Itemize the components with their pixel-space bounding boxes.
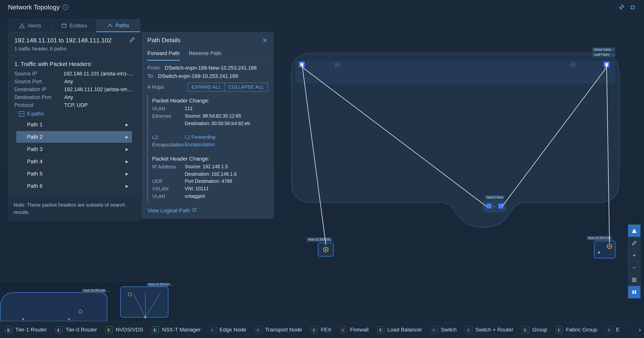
to-value: DSwitch-evpn-169-10.253.241.169 [158, 73, 238, 79]
svg-point-27 [609, 245, 610, 247]
legend-label: FEX [321, 327, 331, 333]
svg-rect-7 [605, 63, 608, 66]
minimap[interactable]: Host 10.253.241… Host 10.253.241… [0, 281, 172, 321]
hop-val: Source: 192.148.1.5 [185, 164, 228, 170]
legend-icon: ◧ [255, 326, 262, 333]
traffic-key: Source Port [14, 79, 64, 85]
legend-label: Group [532, 327, 547, 333]
hop-key [152, 171, 185, 177]
from-value: DSwitch-evpn-168-New-10.253.241.168 [165, 65, 257, 71]
close-icon[interactable] [262, 38, 268, 43]
legend-icon: ◧ [378, 326, 384, 333]
details-title: Path Details [148, 37, 180, 44]
path-item-6[interactable]: Path 6▸ [16, 180, 132, 192]
subtab-forward[interactable]: Forward Path [148, 48, 180, 61]
legend-item: ◧Group [522, 326, 547, 333]
legend-icon: ◧ [210, 326, 216, 333]
traffic-title: 1. Traffic with Packet Headers: [14, 61, 134, 67]
legend-label: Edge Node [220, 327, 246, 333]
traffic-key: Source IP [14, 71, 63, 77]
svg-text:Host 10.253.241…: Host 10.253.241… [84, 289, 109, 292]
fit-screen-button[interactable] [628, 274, 640, 286]
view-logical-path-link[interactable]: View Logical Path [148, 208, 190, 214]
tab-alerts[interactable]: Alerts [8, 19, 52, 32]
toggle-minimap-button[interactable] [628, 286, 640, 298]
svg-rect-15 [486, 204, 492, 208]
ip-sub: 1 traffic header, 6 paths [14, 46, 134, 52]
hop-key: VLAN [152, 193, 185, 199]
edit-tool-button[interactable] [628, 237, 640, 249]
path-item-5[interactable]: Path 5▸ [16, 168, 132, 180]
expand-all-button[interactable]: EXPAND ALL [188, 83, 225, 92]
zoom-out-button[interactable]: － [628, 261, 640, 274]
legend-label: Tier-0 Router [66, 327, 97, 333]
svg-rect-35 [120, 287, 168, 317]
pin-icon[interactable] [618, 4, 625, 11]
tab-entities-label: Entities [70, 23, 87, 29]
subtab-reverse[interactable]: Reverse Path [189, 48, 222, 61]
legend-item: ◧Switch + Router [465, 326, 513, 333]
node-host-right[interactable]: Host 10.253.241… [586, 236, 615, 258]
path-label: Path 5 [27, 171, 42, 177]
alerts-tool-button[interactable] [628, 225, 640, 237]
legend-scroll-right[interactable]: › [639, 321, 641, 338]
traffic-val: Any [64, 94, 73, 100]
hop-link[interactable]: Encapsulation [185, 142, 215, 147]
minus-box-icon: − [19, 111, 24, 117]
legend-icon: ◧ [5, 326, 12, 333]
hop-key: VXLAN [152, 186, 185, 192]
alert-icon [19, 23, 25, 29]
traffic-key: Protocol [14, 102, 64, 108]
path-item-3[interactable]: Path 3▸ [16, 143, 132, 155]
edit-icon[interactable] [129, 37, 136, 43]
zoom-in-button[interactable]: ＋ [628, 249, 640, 261]
node-host-left[interactable]: Host 10.253.241… [307, 237, 334, 256]
legend-item: ◧NSX-T Manager [152, 326, 201, 333]
traffic-key: Destination Port [14, 94, 64, 100]
path-label: Path 2 [27, 134, 42, 140]
path-item-2[interactable]: Path 2▸ [16, 131, 132, 143]
hop-val: untagged [185, 193, 205, 199]
collapse-icon[interactable] [630, 4, 636, 11]
hop-val: Encapsulation [185, 142, 215, 148]
legend-icon: ◧ [556, 326, 563, 333]
legend-item: ◧Edge Node [210, 326, 246, 333]
legend-label: Load Balancer [387, 327, 422, 333]
legend-icon: ◧ [106, 326, 113, 333]
legend-item: ◧Transport Node [255, 326, 302, 333]
hop-title: Packet Header Change: [152, 156, 268, 162]
svg-text:+: + [572, 63, 574, 67]
legend-label: Transport Node [265, 327, 302, 333]
traffic-val: Any [64, 79, 73, 85]
legend-label: NVDS/VDS [116, 327, 143, 333]
topology-canvas[interactable]: Arista Fabric Leaf Fabric + + [280, 23, 630, 305]
legend-item: ◧Tier-0 Router [56, 326, 97, 333]
chevron-right-icon: ▸ [126, 146, 128, 152]
path-label: Path 6 [27, 183, 42, 189]
svg-point-28 [598, 251, 600, 254]
paths-count: 6 paths [27, 111, 44, 117]
legend-icon: ◧ [340, 326, 347, 333]
svg-point-22 [325, 249, 326, 250]
hop-link[interactable]: L2 Forwarding [185, 134, 216, 140]
svg-text:+: + [336, 63, 338, 67]
tab-paths[interactable]: Paths [96, 19, 140, 32]
path-label: Path 1 [27, 122, 42, 128]
hop-key: L2: [152, 134, 185, 140]
legend-icon: ◧ [522, 326, 529, 333]
chevron-right-icon: ▸ [126, 171, 128, 177]
tab-entities[interactable]: Entities [52, 19, 96, 32]
info-icon[interactable]: i [62, 5, 68, 10]
hop-val: L2 Forwarding [185, 134, 216, 140]
collapse-all-button[interactable]: COLLAPSE ALL [225, 83, 268, 92]
traffic-val: TCP, UDP [64, 102, 88, 108]
node-spine[interactable]: Spine Fabric ↔ [483, 195, 506, 212]
svg-rect-48 [632, 278, 636, 282]
svg-point-47 [68, 318, 70, 320]
legend-item: ◧Tier-1 Router [5, 326, 47, 333]
path-item-1[interactable]: Path 1▸ [16, 119, 132, 130]
path-item-4[interactable]: Path 4▸ [16, 156, 132, 167]
paths-toggle[interactable]: − 6 paths [19, 111, 134, 117]
hop-key [152, 121, 185, 126]
tab-alerts-label: Alerts [28, 23, 42, 29]
